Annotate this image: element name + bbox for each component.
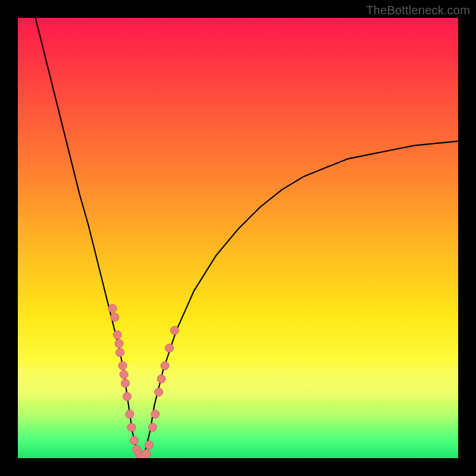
data-dot — [115, 340, 123, 348]
data-dot — [120, 370, 128, 378]
data-dots — [108, 304, 178, 458]
watermark-text: TheBottleneck.com — [366, 4, 470, 17]
data-dot — [140, 452, 148, 458]
data-dot — [148, 423, 156, 431]
data-dot — [116, 348, 124, 356]
data-dot — [135, 450, 143, 458]
data-dot — [137, 452, 145, 458]
data-dot — [111, 313, 119, 321]
data-dot — [151, 410, 159, 418]
bottleneck-curve — [36, 18, 458, 458]
plot-area — [18, 18, 458, 458]
data-dot — [145, 441, 154, 449]
data-dot — [130, 436, 138, 444]
data-dot — [127, 423, 136, 431]
data-dot — [133, 445, 141, 453]
data-dot — [155, 388, 163, 396]
data-dot — [170, 326, 178, 334]
data-dot — [108, 304, 117, 312]
data-dot — [157, 375, 165, 383]
data-dot — [113, 331, 121, 339]
data-dot — [161, 362, 169, 370]
data-dot — [121, 379, 130, 387]
highlight-band — [18, 361, 458, 405]
data-dot — [165, 344, 174, 352]
data-dot — [118, 362, 127, 370]
data-dot — [142, 450, 151, 458]
data-dot — [123, 392, 131, 400]
chart-frame: TheBottleneck.com — [0, 0, 476, 476]
chart-svg — [18, 18, 458, 458]
data-dot — [126, 410, 134, 418]
